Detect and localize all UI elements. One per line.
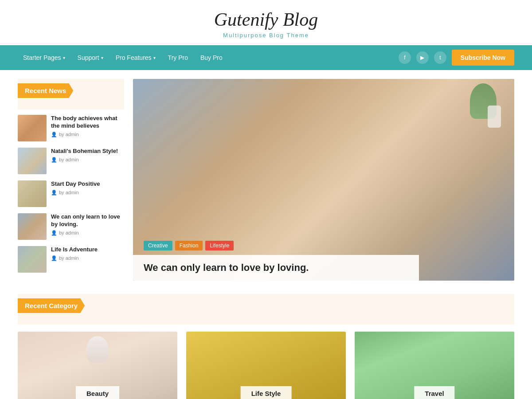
author-icon: 👤 <box>51 190 57 196</box>
news-item[interactable]: Start Day Positive 👤 by admin <box>18 180 124 207</box>
hero-area: Creative Fashion Lifestyle We can only l… <box>133 79 514 281</box>
news-author: 👤 by admin <box>51 190 124 196</box>
site-title: Gutenify Blog <box>0 9 532 30</box>
recent-news-title: Recent News <box>18 83 73 98</box>
nav-bar: Starter Pages ▾ Support ▾ Pro Features ▾… <box>0 45 532 70</box>
news-item[interactable]: Life Is Adventure 👤 by admin <box>18 246 124 273</box>
tag-creative[interactable]: Creative <box>144 241 172 250</box>
news-title: We can only learn to love by loving. <box>51 213 124 228</box>
site-subtitle: Multipurpose Blog Theme <box>0 32 532 39</box>
category-card-beauty[interactable]: Beauty <box>18 332 177 399</box>
news-thumbnail <box>18 115 47 141</box>
youtube-icon[interactable]: ▶ <box>416 51 429 64</box>
twitter-icon[interactable]: t <box>434 51 446 64</box>
recent-news-header: Recent News <box>18 79 124 110</box>
recent-category-section: Recent Category Beauty Life Style Travel <box>18 294 514 399</box>
chevron-down-icon: ▾ <box>63 55 65 60</box>
main-content: Recent News The body achieves what the m… <box>0 70 532 399</box>
tag-lifestyle[interactable]: Lifestyle <box>205 241 234 250</box>
hero-overlay: Creative Fashion Lifestyle We can only l… <box>133 241 514 281</box>
nav-item-buy-pro[interactable]: Buy Pro <box>195 51 228 65</box>
news-author: 👤 by admin <box>51 230 124 236</box>
category-grid: Beauty Life Style Travel <box>18 332 514 399</box>
news-info: We can only learn to love by loving. 👤 b… <box>51 213 124 236</box>
news-info: The body achieves what the mind believes… <box>51 115 124 137</box>
news-thumbnail <box>18 213 47 240</box>
author-icon: 👤 <box>51 132 57 137</box>
news-thumbnail <box>18 180 47 207</box>
nav-item-try-pro[interactable]: Try Pro <box>163 51 193 65</box>
hero-title: We can only learn to love by loving. <box>133 255 419 281</box>
nav-item-pro-features[interactable]: Pro Features ▾ <box>110 51 161 65</box>
recent-category-header: Recent Category <box>18 294 514 325</box>
news-item[interactable]: We can only learn to love by loving. 👤 b… <box>18 213 124 240</box>
content-layout: Recent News The body achieves what the m… <box>18 79 514 281</box>
category-label-beauty: Beauty <box>76 386 119 399</box>
recent-news-sidebar: Recent News The body achieves what the m… <box>18 79 124 281</box>
chevron-down-icon: ▾ <box>101 55 103 60</box>
hero-tags: Creative Fashion Lifestyle <box>133 241 514 255</box>
news-title: Start Day Positive <box>51 180 124 188</box>
nav-left: Starter Pages ▾ Support ▾ Pro Features ▾… <box>18 51 228 65</box>
category-card-travel[interactable]: Travel <box>355 332 514 399</box>
news-item[interactable]: The body achieves what the mind believes… <box>18 115 124 141</box>
news-thumbnail <box>18 246 47 273</box>
nav-item-starter[interactable]: Starter Pages ▾ <box>18 51 70 65</box>
chevron-down-icon: ▾ <box>153 55 156 60</box>
recent-category-title: Recent Category <box>18 298 85 313</box>
news-item[interactable]: Natali's Bohemian Style! 👤 by admin <box>18 148 124 174</box>
news-author: 👤 by admin <box>51 132 124 137</box>
facebook-icon[interactable]: f <box>399 51 411 64</box>
news-title: The body achieves what the mind believes <box>51 115 124 130</box>
news-author: 👤 by admin <box>51 255 124 261</box>
news-info: Natali's Bohemian Style! 👤 by admin <box>51 148 124 163</box>
news-title: Life Is Adventure <box>51 246 124 254</box>
tag-fashion[interactable]: Fashion <box>175 241 203 250</box>
news-title: Natali's Bohemian Style! <box>51 148 124 155</box>
subscribe-button[interactable]: Subscribe Now <box>452 50 514 66</box>
news-thumbnail <box>18 148 47 174</box>
news-info: Life Is Adventure 👤 by admin <box>51 246 124 261</box>
author-icon: 👤 <box>51 157 57 163</box>
news-info: Start Day Positive 👤 by admin <box>51 180 124 196</box>
news-author: 👤 by admin <box>51 157 124 163</box>
category-label-lifestyle: Life Style <box>241 386 292 399</box>
category-card-lifestyle[interactable]: Life Style <box>186 332 346 399</box>
nav-right: f ▶ t Subscribe Now <box>399 50 514 66</box>
author-icon: 👤 <box>51 230 57 236</box>
category-label-travel: Travel <box>414 386 454 399</box>
nav-item-support[interactable]: Support ▾ <box>72 51 109 65</box>
site-header: Gutenify Blog Multipurpose Blog Theme <box>0 0 532 45</box>
author-icon: 👤 <box>51 255 57 261</box>
